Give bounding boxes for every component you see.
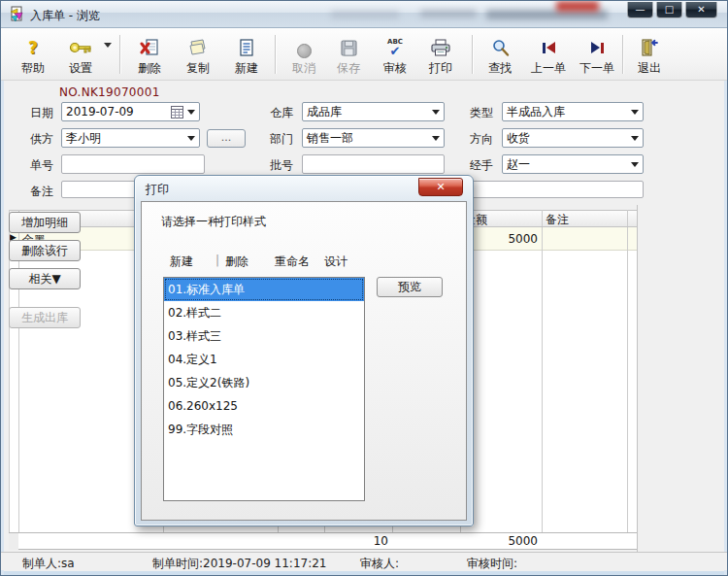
- settings-dropdown-icon[interactable]: [104, 48, 112, 66]
- related-dropdown-button[interactable]: 相关▼: [9, 268, 81, 289]
- dropdown-arrow-icon: [432, 136, 440, 141]
- window-title: 入库单 - 浏览: [30, 8, 100, 24]
- next-order-button[interactable]: 下一单: [572, 32, 622, 77]
- search-icon: [491, 37, 510, 58]
- print-button[interactable]: 打印: [418, 32, 463, 77]
- dialog-delete-button[interactable]: 删除: [225, 254, 248, 270]
- supplier-more-button[interactable]: ...: [207, 129, 246, 148]
- supplier-label: 供方: [30, 131, 53, 148]
- delete-button[interactable]: 删除: [127, 32, 172, 77]
- warehouse-label: 仓库: [270, 105, 293, 121]
- dialog-new-button[interactable]: 新建: [170, 254, 193, 270]
- type-select[interactable]: 半成品入库: [502, 102, 644, 121]
- audit-abc-check-icon: ABC ✔: [387, 37, 403, 58]
- audit-label: 审核: [383, 60, 407, 77]
- dialog-title: 打印: [146, 182, 169, 198]
- copy-button[interactable]: 复制: [176, 32, 220, 77]
- type-label: 类型: [470, 105, 493, 121]
- previous-order-button[interactable]: 上一单: [523, 32, 574, 77]
- audit-time-status: 审核时间:: [467, 556, 517, 572]
- minimize-button[interactable]: —: [627, 2, 653, 18]
- side-panel: [637, 205, 722, 552]
- add-detail-button[interactable]: 增加明细: [9, 212, 81, 233]
- copy-label: 复制: [186, 60, 210, 77]
- department-select[interactable]: 销售一部: [302, 128, 445, 148]
- help-icon: ?: [28, 37, 38, 58]
- remark-label: 备注: [30, 184, 53, 200]
- delete-row-button[interactable]: 删除该行: [9, 240, 81, 261]
- print-style-item[interactable]: 03.样式三: [164, 324, 364, 348]
- preview-button[interactable]: 预览: [377, 277, 443, 297]
- dialog-rename-button[interactable]: 重命名: [275, 254, 310, 270]
- date-field[interactable]: 2019-07-09: [61, 102, 200, 121]
- help-label: 帮助: [21, 60, 45, 77]
- table-footer-row: [9, 532, 637, 550]
- handler-select[interactable]: 赵一: [502, 154, 644, 174]
- footer-indicator-cell: [9, 533, 18, 550]
- new-label: 新建: [235, 60, 258, 77]
- toolbar-separator: [622, 35, 623, 74]
- batch-no-input[interactable]: [302, 154, 445, 174]
- save-button: 保存: [326, 32, 371, 77]
- previous-label: 上一单: [531, 60, 566, 77]
- maximize-button[interactable]: □: [656, 2, 682, 18]
- print-style-item[interactable]: 04.定义1: [164, 348, 364, 371]
- background-blur-blob: [420, 10, 477, 17]
- cancel-circle-icon: [297, 44, 312, 58]
- type-value: 半成品入库: [507, 105, 565, 119]
- status-bar: 制单人:sa 制单时间:2019-07-09 11:17:21 审核人: 审核时…: [1, 552, 728, 570]
- create-time-status: 制单时间:2019-07-09 11:17:21: [152, 556, 327, 572]
- warehouse-value: 成品库: [307, 105, 342, 119]
- background-blur-blob: [331, 11, 399, 18]
- title-bar[interactable]: 入库单 - 浏览 — □ ✕: [1, 1, 728, 28]
- dialog-toolbar-separator: |: [215, 254, 219, 267]
- creator-value: sa: [61, 557, 75, 570]
- dropdown-arrow-icon: [187, 110, 195, 115]
- printer-icon: [430, 37, 451, 58]
- exit-button[interactable]: 退出: [627, 32, 672, 77]
- calendar-icon: [171, 106, 183, 123]
- auditor-status: 审核人:: [360, 556, 399, 572]
- copy-icon: [187, 37, 209, 58]
- next-label: 下一单: [579, 60, 614, 77]
- exit-door-icon: [640, 37, 659, 58]
- dialog-design-button[interactable]: 设计: [324, 254, 347, 270]
- dropdown-arrow-icon: [187, 136, 195, 141]
- department-value: 销售一部: [307, 131, 353, 145]
- audit-button[interactable]: ABC ✔ 审核: [373, 32, 417, 77]
- cancel-label: 取消: [292, 60, 315, 77]
- warehouse-select[interactable]: 成品库: [302, 102, 445, 121]
- dropdown-arrow-icon: [631, 162, 639, 167]
- department-label: 部门: [270, 131, 293, 148]
- app-icon: [9, 6, 26, 27]
- new-doc-icon: [238, 37, 255, 58]
- supplier-value: 李小明: [66, 131, 101, 145]
- find-button[interactable]: 查找: [478, 32, 522, 77]
- print-style-item[interactable]: 05.定义2(铁路): [164, 371, 364, 394]
- settings-button[interactable]: 设置: [58, 32, 103, 77]
- generate-outbound-button: 生成出库: [9, 307, 81, 328]
- new-button[interactable]: 新建: [224, 32, 269, 77]
- date-value: 2019-07-09: [66, 105, 134, 119]
- toolbar-separator: [472, 35, 473, 74]
- print-style-item[interactable]: 06.260x125: [164, 394, 364, 418]
- delete-label: 删除: [138, 60, 161, 77]
- key-icon: [69, 37, 92, 58]
- background-logo-blob: [556, 1, 599, 12]
- order-no-input[interactable]: [61, 154, 205, 174]
- floppy-disk-icon: [341, 37, 357, 58]
- print-style-item[interactable]: 02.样式二: [164, 301, 364, 324]
- direction-select[interactable]: 收货: [502, 128, 644, 148]
- next-icon: [591, 37, 604, 58]
- supplier-select[interactable]: 李小明: [61, 128, 200, 148]
- help-button[interactable]: ? 帮助: [11, 32, 55, 77]
- print-style-item[interactable]: 99.字段对照: [164, 418, 364, 441]
- handler-label: 经手: [470, 157, 493, 174]
- dialog-prompt: 请选择一种打印样式: [161, 214, 266, 230]
- dialog-close-button[interactable]: ✕: [418, 178, 463, 196]
- close-button[interactable]: ✕: [685, 2, 717, 18]
- print-style-list: 01.标准入库单 02.样式二 03.样式三 04.定义1 05.定义2(铁路)…: [163, 277, 365, 501]
- document-number: NO.NK19070001: [59, 85, 160, 99]
- settings-label: 设置: [69, 60, 92, 77]
- print-style-item[interactable]: 01.标准入库单: [164, 278, 364, 301]
